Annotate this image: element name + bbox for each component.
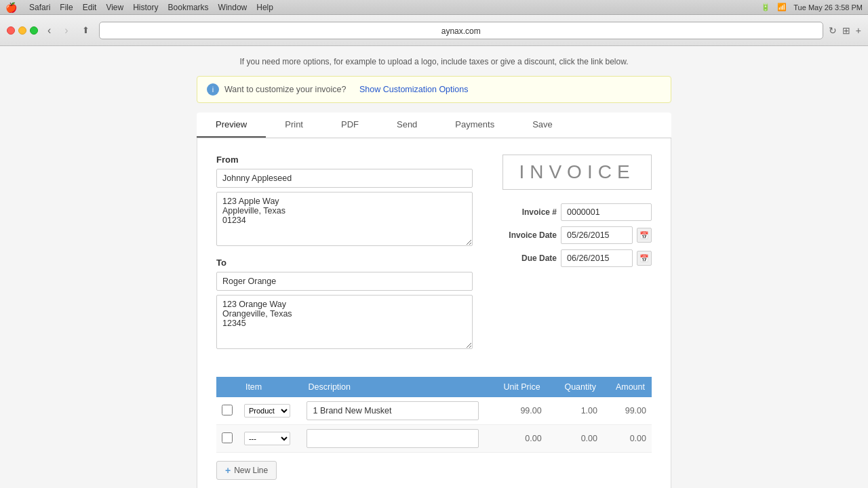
tab-print[interactable]: Print	[266, 113, 322, 138]
tab-payments[interactable]: Payments	[436, 113, 513, 138]
row1-description-input[interactable]	[307, 401, 479, 420]
browser-toolbar: ‹ › ⬆ aynax.com ↻ ⊞ +	[0, 15, 868, 46]
invoice-area: From 123 Apple Way Appleville, Texas 012…	[197, 138, 671, 488]
menu-window[interactable]: Window	[218, 3, 248, 12]
invoice-date-input[interactable]	[561, 226, 633, 244]
from-address-input[interactable]: 123 Apple Way Appleville, Texas 01234	[216, 192, 473, 246]
row1-quantity: 1.00	[547, 397, 603, 425]
menubar-right: 🔋 📶 Tue May 26 3:58 PM	[761, 3, 863, 12]
invoice-top: From 123 Apple Way Appleville, Texas 012…	[216, 155, 652, 361]
new-line-label: New Line	[234, 466, 268, 475]
menu-history[interactable]: History	[133, 3, 158, 12]
tab-preview[interactable]: Preview	[197, 113, 266, 138]
menu-file[interactable]: File	[60, 3, 73, 12]
row2-checkbox[interactable]	[222, 432, 233, 443]
menu-edit[interactable]: Edit	[83, 3, 97, 12]
sidebar-icon[interactable]: ⊞	[842, 25, 850, 36]
tab-bar: Preview Print PDF Send Payments Save	[197, 113, 671, 138]
from-name-input[interactable]	[216, 169, 473, 188]
back-button[interactable]: ‹	[43, 23, 55, 38]
to-name-input[interactable]	[216, 272, 473, 291]
menu-view[interactable]: View	[106, 3, 123, 12]
due-date-row: Due Date 📅	[489, 249, 652, 267]
row2-unit-price: 0.00	[484, 425, 547, 453]
col-amount: Amount	[603, 377, 652, 397]
close-button[interactable]	[7, 26, 15, 35]
items-table: Item Description Unit Price Quantity Amo…	[216, 377, 652, 453]
invoice-num-label: Invoice #	[489, 207, 557, 217]
row2-quantity: 0.00	[547, 425, 603, 453]
info-icon: i	[207, 83, 219, 96]
address-bar[interactable]: aynax.com	[99, 22, 823, 39]
minimize-button[interactable]	[18, 26, 26, 35]
row1-amount: 99.00	[603, 397, 652, 425]
invoice-date-row: Invoice Date 📅	[489, 226, 652, 244]
to-section: To 123 Orange Way Orangeville, Texas 123…	[216, 258, 473, 351]
col-unit-price: Unit Price	[484, 377, 547, 397]
col-description: Description	[301, 377, 484, 397]
col-quantity: Quantity	[547, 377, 603, 397]
row1-checkbox[interactable]	[222, 405, 233, 415]
invoice-meta: Invoice # Invoice Date 📅 Due Date 📅	[489, 203, 652, 272]
tab-save[interactable]: Save	[513, 113, 572, 138]
table-row: Product Service Hours 99.00 1.00 99.00	[216, 397, 652, 425]
col-item: Item	[239, 377, 302, 397]
col-checkbox	[216, 377, 239, 397]
row2-description-input[interactable]	[307, 429, 479, 448]
tab-send[interactable]: Send	[378, 113, 436, 138]
row2-type-select[interactable]: --- Product Service Hours	[244, 432, 290, 445]
info-bar: If you need more options, for example to…	[197, 57, 671, 66]
from-section: From 123 Apple Way Appleville, Texas 012…	[216, 155, 473, 248]
plus-icon: +	[225, 465, 231, 476]
new-tab-icon[interactable]: +	[856, 25, 861, 36]
datetime: Tue May 26 3:58 PM	[793, 3, 863, 12]
menu-bookmarks[interactable]: Bookmarks	[168, 3, 209, 12]
invoice-title: INVOICE	[502, 155, 652, 190]
fullscreen-button[interactable]	[30, 26, 38, 35]
wifi-icon: 📶	[777, 3, 787, 12]
menu-safari[interactable]: Safari	[29, 3, 50, 12]
tab-pdf[interactable]: PDF	[322, 113, 378, 138]
menubar: 🍎 Safari File Edit View History Bookmark…	[0, 0, 868, 15]
invoice-num-input[interactable]	[561, 203, 652, 221]
customization-link[interactable]: Show Customization Options	[359, 85, 469, 94]
invoice-date-calendar[interactable]: 📅	[637, 228, 652, 243]
invoice-num-row: Invoice #	[489, 203, 652, 221]
row1-unit-price: 99.00	[484, 397, 547, 425]
invoice-left: From 123 Apple Way Appleville, Texas 012…	[216, 155, 473, 361]
customization-text: Want to customize your invoice?	[224, 85, 346, 94]
to-address-input[interactable]: 123 Orange Way Orangeville, Texas 12345	[216, 295, 473, 349]
to-label: To	[216, 258, 473, 268]
row2-amount: 0.00	[603, 425, 652, 453]
new-line-button[interactable]: + New Line	[216, 461, 277, 480]
invoice-date-label: Invoice Date	[489, 230, 557, 240]
forward-button[interactable]: ›	[60, 23, 72, 38]
due-date-calendar[interactable]: 📅	[637, 251, 652, 266]
menu-help[interactable]: Help	[256, 3, 273, 12]
due-date-label: Due Date	[489, 253, 557, 263]
refresh-icon[interactable]: ↻	[829, 25, 837, 36]
table-row: --- Product Service Hours 0.00 0.00 0.00	[216, 425, 652, 453]
page-content: If you need more options, for example to…	[0, 46, 868, 488]
share-button[interactable]: ⬆	[78, 24, 94, 37]
row1-type-select[interactable]: Product Service Hours	[244, 404, 290, 418]
battery-icon: 🔋	[761, 3, 770, 12]
apple-menu[interactable]: 🍎	[5, 2, 17, 13]
due-date-input[interactable]	[561, 249, 633, 267]
from-label: From	[216, 155, 473, 165]
invoice-right: INVOICE Invoice # Invoice Date 📅 Due	[489, 155, 652, 361]
traffic-lights	[7, 26, 38, 35]
customization-notice: i Want to customize your invoice? Show C…	[197, 76, 671, 103]
